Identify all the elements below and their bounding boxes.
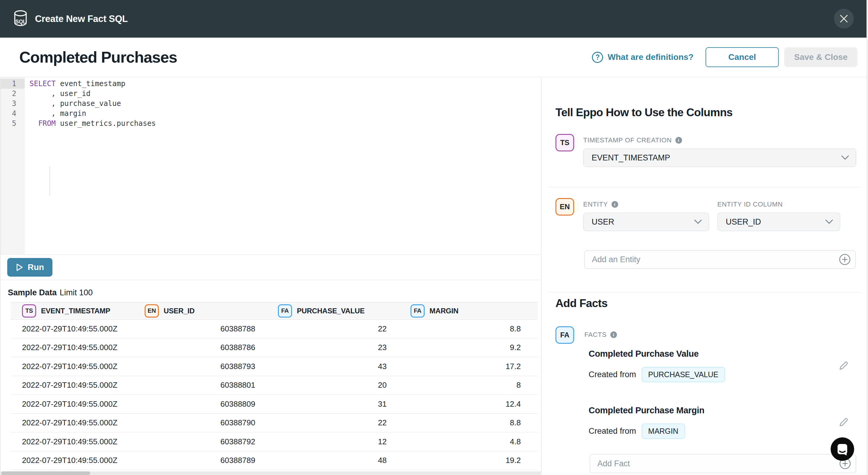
table-row: 2022-07-29T10:49:55.000Z60388801208 — [10, 376, 538, 395]
fact-badge: FA — [278, 304, 292, 317]
chevron-down-icon — [841, 155, 849, 160]
save-close-button[interactable]: Save & Close — [784, 47, 858, 67]
chevron-down-icon — [825, 219, 833, 224]
sample-table-body: 2022-07-29T10:49:55.000Z60388788228.8 20… — [10, 320, 538, 470]
timestamp-badge: TS — [555, 134, 574, 151]
sql-database-icon: SQL — [12, 10, 29, 28]
table-row: 2022-07-29T10:49:55.000Z60388786239.2 — [10, 339, 538, 358]
created-from-label: Created from — [589, 370, 636, 379]
editor-gutter: 1 2 3 4 5 — [1, 77, 25, 255]
help-link-label: What are definitions? — [608, 53, 693, 62]
column-header: EVENT_TIMESTAMP — [41, 307, 110, 315]
sql-editor[interactable]: 1 2 3 4 5 SELECT event_timestamp , user_… — [1, 77, 541, 255]
info-icon[interactable]: i — [612, 201, 618, 208]
indent-guide — [50, 166, 50, 196]
table-row: 2022-07-29T10:49:55.000Z603888093112.4 — [10, 395, 538, 414]
plus-circle-icon[interactable] — [838, 253, 851, 266]
entity-id-column-label: ENTITY ID COLUMN — [717, 201, 783, 208]
chat-launcher-button[interactable] — [831, 437, 854, 461]
entity-badge: EN — [145, 304, 159, 317]
entity-select[interactable]: USER — [583, 212, 709, 231]
page-title: Completed Purchases — [19, 48, 177, 66]
table-row: 2022-07-29T10:49:55.000Z603887894819.2 — [10, 451, 538, 471]
line-number: 5 — [1, 118, 25, 129]
add-facts-heading: Add Facts — [555, 297, 608, 310]
cancel-button[interactable]: Cancel — [706, 47, 779, 67]
horizontal-scrollbar[interactable] — [1, 471, 541, 475]
fact-badge: FA — [555, 326, 574, 344]
line-number: 3 — [1, 99, 25, 109]
chat-bubble-icon — [836, 443, 848, 455]
info-icon[interactable]: i — [675, 137, 682, 144]
edit-fact-button[interactable] — [838, 416, 849, 428]
sample-data-label: Sample DataLimit 100 — [8, 288, 93, 297]
chevron-down-icon — [694, 219, 702, 224]
fact-title: Completed Purchase Value — [589, 349, 699, 359]
close-icon — [839, 13, 849, 24]
entity-badge: EN — [555, 198, 574, 215]
question-icon: ? — [592, 52, 603, 63]
fact-column-chip: PURCHASE_VALUE — [642, 367, 725, 382]
line-number: 1 — [1, 79, 25, 89]
entity-label: ENTITY — [583, 201, 608, 208]
columns-section-heading: Tell Eppo How to Use the Columns — [555, 106, 733, 119]
fact-badge: FA — [410, 304, 425, 317]
play-icon — [16, 263, 24, 272]
page-header: Completed Purchases ? What are definitio… — [0, 38, 867, 77]
modal-title: Create New Fact SQL — [35, 13, 128, 24]
column-header: USER_ID — [164, 307, 195, 315]
table-header: TS EVENT_TIMESTAMP EN USER_ID FA PURCHAS… — [10, 302, 538, 320]
section-divider — [549, 292, 861, 293]
facts-label: FACTS — [584, 331, 607, 339]
run-button-label: Run — [28, 263, 44, 272]
fact-title: Completed Purchase Margin — [589, 405, 704, 415]
sample-data-table: TS EVENT_TIMESTAMP EN USER_ID FA PURCHAS… — [10, 302, 538, 470]
table-row: 2022-07-29T10:49:55.000Z60388788228.8 — [10, 320, 538, 339]
section-divider — [549, 187, 861, 188]
timestamp-badge: TS — [22, 304, 36, 317]
modal-header: SQL Create New Fact SQL — [0, 0, 867, 38]
created-from-label: Created from — [589, 427, 636, 436]
sql-code: SELECT event_timestamp , user_id , purch… — [30, 79, 156, 129]
horizontal-scrollbar-thumb[interactable] — [1, 471, 90, 475]
table-row: 2022-07-29T10:49:55.000Z60388792124.8 — [10, 433, 538, 451]
svg-text:SQL: SQL — [16, 19, 26, 25]
table-row: 2022-07-29T10:49:55.000Z603887934317.2 — [10, 357, 538, 376]
run-button[interactable]: Run — [7, 258, 53, 277]
vertical-scrollbar[interactable] — [867, 0, 868, 475]
column-header: MARGIN — [430, 307, 458, 315]
definitions-help-link[interactable]: ? What are definitions? — [592, 52, 693, 63]
edit-fact-button[interactable] — [838, 360, 849, 372]
add-fact-input[interactable] — [590, 454, 856, 473]
column-header: PURCHASE_VALUE — [297, 307, 365, 315]
timestamp-select[interactable]: EVENT_TIMESTAMP — [583, 148, 856, 167]
line-number: 2 — [1, 89, 25, 99]
table-row: 2022-07-29T10:49:55.000Z60388790228.8 — [10, 414, 538, 433]
close-button[interactable] — [834, 9, 854, 29]
sql-workspace: 1 2 3 4 5 SELECT event_timestamp , user_… — [0, 77, 541, 475]
timestamp-label: TIMESTAMP OF CREATION — [583, 136, 672, 144]
info-icon[interactable]: i — [610, 331, 617, 338]
fact-column-chip: MARGIN — [642, 423, 685, 439]
add-entity-input[interactable] — [584, 250, 856, 269]
line-number: 4 — [1, 109, 25, 118]
entity-id-column-select[interactable]: USER_ID — [717, 212, 840, 231]
column-config-panel: Tell Eppo How to Use the Columns TS TIME… — [542, 77, 867, 475]
run-toolbar: Run — [1, 255, 541, 280]
